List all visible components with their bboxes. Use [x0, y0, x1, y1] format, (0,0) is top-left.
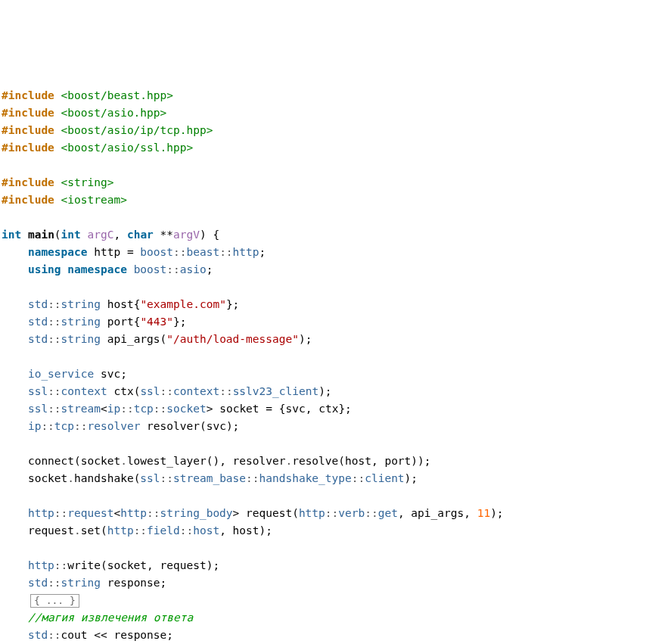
code-block: #include <boost/beast.hpp> #include <boo…	[0, 70, 671, 644]
code-line: std::string host{"example.com"};	[2, 298, 239, 310]
code-line: io_service svc;	[2, 368, 127, 380]
code-line: #include <string>	[2, 176, 113, 188]
preprocessor: #include	[2, 107, 61, 119]
code-line: #include <boost/asio.hpp>	[2, 107, 166, 119]
blank-line	[2, 490, 8, 502]
function-main: main	[28, 229, 54, 241]
blank-line	[2, 542, 8, 554]
code-line: using namespace boost::asio;	[2, 263, 213, 275]
code-line: std::string port{"443"};	[2, 316, 187, 328]
code-line: ssl::context ctx(ssl::context::sslv23_cl…	[2, 385, 332, 397]
code-line: ssl::stream<ip::tcp::socket> socket = {s…	[2, 403, 352, 415]
code-line: ip::tcp::resolver resolver(svc);	[2, 420, 239, 432]
code-fold-marker[interactable]: { ... }	[30, 594, 79, 608]
code-line: std::cout << response;	[2, 629, 173, 641]
preprocessor: #include	[2, 176, 61, 188]
header-name: <boost/asio/ssl.hpp>	[61, 142, 194, 154]
header-name: <string>	[61, 176, 114, 188]
code-line: //магия извлечения ответа	[2, 611, 193, 624]
blank-line	[2, 350, 8, 362]
header-name: <boost/asio.hpp>	[61, 107, 167, 119]
code-line: http::write(socket, request);	[2, 559, 219, 571]
param-argv: argV	[173, 229, 200, 241]
code-line: #include <boost/beast.hpp>	[2, 89, 173, 101]
code-line: #include <boost/asio/ip/tcp.hpp>	[2, 124, 213, 136]
preprocessor: #include	[2, 124, 61, 136]
blank-line	[2, 281, 8, 293]
preprocessor: #include	[2, 89, 61, 101]
code-line: request.set(http::field::host, host);	[2, 524, 272, 537]
code-line: connect(socket.lowest_layer(), resolver.…	[2, 455, 431, 467]
comment: //магия извлечения ответа	[28, 611, 193, 624]
code-line: std::string api_args("/auth/load-message…	[2, 333, 312, 345]
preprocessor: #include	[2, 142, 61, 154]
code-line: #include <iostream>	[2, 194, 127, 206]
blank-line	[2, 211, 8, 223]
code-line: http::request<http::string_body> request…	[2, 507, 504, 519]
preprocessor: #include	[2, 194, 61, 206]
code-line: std::string response;	[2, 577, 166, 589]
blank-line	[2, 437, 8, 450]
keyword-int: int	[2, 229, 21, 241]
code-line: #include <boost/asio/ssl.hpp>	[2, 142, 193, 154]
header-name: <boost/asio/ip/tcp.hpp>	[61, 124, 213, 136]
header-name: <boost/beast.hpp>	[61, 89, 173, 101]
header-name: <iostream>	[61, 194, 127, 206]
code-line: int main(int argC, char **argV) {	[2, 229, 219, 241]
param-argc: argC	[88, 229, 114, 241]
code-line: namespace http = boost::beast::http;	[2, 246, 266, 258]
blank-line	[2, 159, 8, 171]
code-line: socket.handshake(ssl::stream_base::hands…	[2, 472, 418, 484]
